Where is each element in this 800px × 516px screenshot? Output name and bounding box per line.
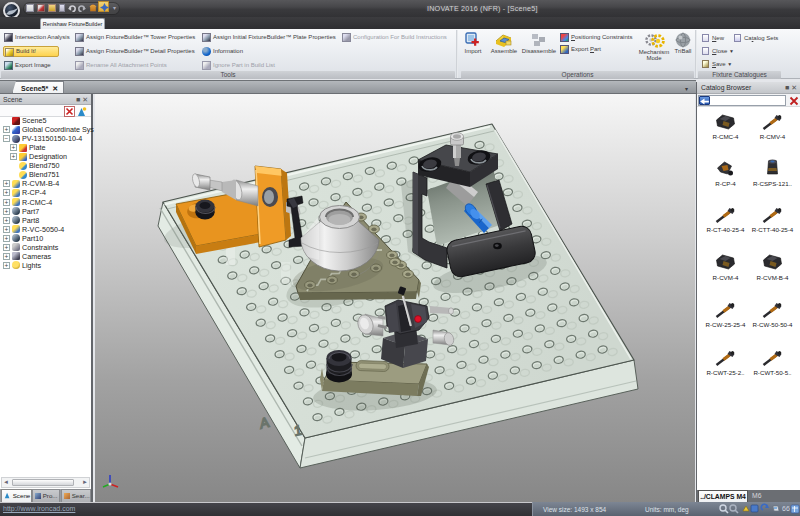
svg-text:66: 66 (782, 505, 790, 512)
